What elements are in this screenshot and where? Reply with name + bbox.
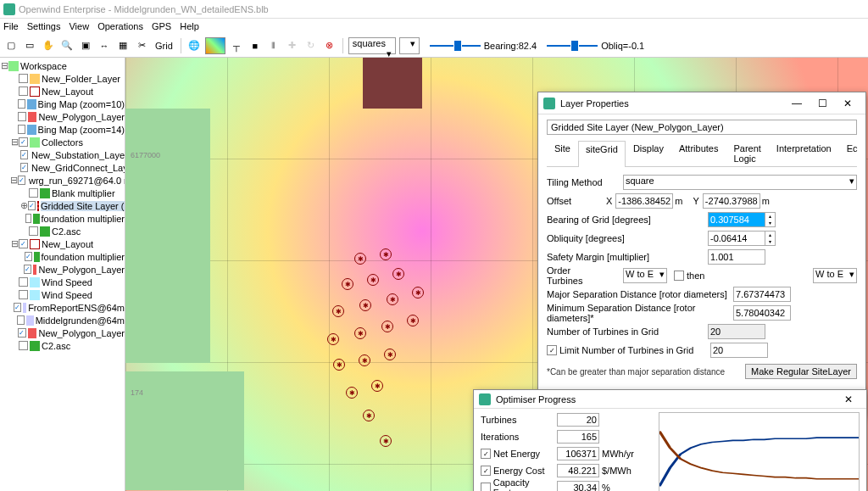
turbine-marker[interactable]: ✱ — [332, 305, 344, 317]
tree-item[interactable]: C2.asc — [0, 339, 125, 352]
turbine-marker[interactable]: ✱ — [354, 327, 366, 339]
menu-settings[interactable]: Settings — [27, 21, 61, 31]
tiling-method-select[interactable]: square — [623, 175, 857, 190]
tree-item[interactable]: Bing Map (zoom=14) — [0, 123, 125, 136]
tree-item[interactable]: Blank multiplier — [0, 187, 125, 199]
hand-icon[interactable]: ✋ — [41, 38, 56, 53]
tree-item[interactable]: ⊟✓New_Layout — [0, 237, 125, 250]
menu-view[interactable]: View — [69, 21, 89, 31]
bearing-slider[interactable] — [430, 45, 481, 47]
limit-checkbox[interactable]: ✓ — [547, 345, 557, 355]
turbine-marker[interactable]: ✱ — [384, 349, 396, 360]
turbine-marker[interactable]: ✱ — [371, 380, 383, 392]
tab-sitegrid[interactable]: siteGrid — [578, 141, 626, 167]
measure-icon[interactable]: ↔ — [97, 38, 112, 53]
offset-y-input[interactable] — [703, 193, 760, 209]
turbine-marker[interactable]: ✱ — [380, 435, 392, 447]
tree-item[interactable]: ✓FromReportENS@64m — [0, 301, 125, 314]
turbine-marker[interactable]: ✱ — [327, 333, 339, 345]
open-icon[interactable]: ▭ — [22, 38, 37, 53]
extent-icon[interactable]: ▣ — [78, 38, 93, 53]
turbine-tool-icon[interactable]: ┬ — [229, 38, 244, 53]
tree-item[interactable]: ✓New_Substation_Layer — [0, 148, 125, 161]
turbine-marker[interactable]: ✱ — [392, 268, 404, 280]
shape-select[interactable]: squares — [348, 37, 396, 54]
turbine-marker[interactable]: ✱ — [354, 253, 366, 265]
close-button[interactable]: ✕ — [836, 391, 861, 408]
turbine-marker[interactable]: ✱ — [412, 287, 424, 299]
turbine-marker[interactable]: ✱ — [342, 278, 353, 290]
safety-input[interactable] — [708, 249, 765, 265]
tree-item[interactable]: foundation multiplier — [0, 212, 125, 225]
tree-item[interactable]: Wind Speed — [0, 288, 125, 301]
tree-item[interactable]: New_Folder_Layer — [0, 72, 125, 85]
minsep-input[interactable] — [733, 305, 791, 321]
tree-item[interactable]: Bing Map (zoom=10) — [0, 98, 125, 110]
tab-site[interactable]: Site — [547, 140, 578, 166]
new-icon[interactable]: ▢ — [3, 38, 19, 53]
offset-x-input[interactable] — [615, 193, 673, 209]
turbine-marker[interactable]: ✱ — [407, 315, 419, 326]
tree-item[interactable]: ✓New_GridConnect_Layer — [0, 161, 125, 174]
close-x-icon[interactable]: ⊗ — [322, 38, 337, 53]
turbine-marker[interactable]: ✱ — [363, 410, 375, 421]
tree-item[interactable]: ⊟✓wrg_run_69271@64.0 m — [0, 174, 125, 187]
turbine-marker[interactable]: ✱ — [381, 321, 393, 332]
tree-item[interactable]: New_Layout — [0, 85, 125, 98]
tree-item[interactable]: ⊕✓Gridded Site Layer (New_P — [0, 199, 125, 212]
tree-item[interactable]: C2.asc — [0, 225, 125, 237]
map-thumbnail[interactable] — [205, 37, 225, 54]
tree-item[interactable]: ✓foundation multiplier — [0, 250, 125, 263]
tree-item[interactable]: Wind Speed — [0, 276, 125, 288]
tab-parent logic[interactable]: Parent Logic — [726, 140, 768, 166]
menu-file[interactable]: File — [3, 21, 19, 31]
net-checkbox[interactable]: ✓ — [481, 449, 491, 459]
select-icon[interactable]: ▦ — [115, 38, 131, 53]
obliq-slider[interactable] — [547, 45, 598, 47]
crop-icon[interactable]: ✂ — [134, 38, 149, 53]
workspace-tree[interactable]: ⊟WorkspaceNew_Folder_LayerNew_LayoutBing… — [0, 58, 125, 491]
tree-item[interactable]: Middelgrunden@64m — [0, 314, 125, 326]
cost-checkbox[interactable]: ✓ — [481, 466, 491, 476]
menu-help[interactable]: Help — [180, 21, 199, 31]
turbine-marker[interactable]: ✱ — [380, 248, 392, 260]
make-regular-button[interactable]: Make Regular SiteLayer — [745, 364, 857, 379]
tab-interpretation[interactable]: Interpretation — [769, 140, 839, 166]
tree-item[interactable]: ✓New_Polygon_Layer — [0, 263, 125, 276]
anchor-icon[interactable]: ■ — [248, 38, 263, 53]
tree-item[interactable]: ⊟✓Collectors — [0, 136, 125, 148]
obliquity-spinner[interactable]: ▴▾ — [765, 231, 776, 246]
refresh-icon[interactable]: ↻ — [303, 38, 319, 53]
obliquity-input[interactable] — [708, 231, 765, 246]
cap-checkbox[interactable] — [481, 483, 491, 491]
order-select-2[interactable]: W to E — [813, 268, 857, 283]
minimize-button[interactable]: — — [784, 95, 810, 112]
maximize-button[interactable]: ☐ — [810, 95, 835, 112]
turbine-marker[interactable]: ✱ — [346, 387, 358, 399]
bearing-input[interactable] — [708, 212, 765, 227]
layer-name-input[interactable] — [547, 120, 857, 135]
close-button[interactable]: ✕ — [835, 95, 860, 112]
tree-item[interactable]: ⊟Workspace — [0, 59, 125, 72]
align-icon[interactable]: ⫴ — [266, 38, 281, 53]
tab-scroll-right[interactable]: ▸ — [865, 140, 868, 166]
menu-gps[interactable]: GPS — [152, 21, 171, 31]
order-select-1[interactable]: W to E — [623, 268, 667, 283]
turbine-marker[interactable]: ✱ — [387, 293, 398, 305]
majsep-input[interactable] — [733, 287, 791, 302]
turbine-marker[interactable]: ✱ — [333, 359, 345, 371]
menu-operations[interactable]: Operations — [97, 21, 143, 31]
tree-item[interactable]: ✓New_Polygon_Layer — [0, 326, 125, 339]
globe-icon[interactable]: 🌐 — [186, 38, 202, 53]
limit-input[interactable] — [710, 343, 768, 358]
grid-toggle[interactable]: Grid — [153, 38, 175, 53]
tab-attributes[interactable]: Attributes — [671, 140, 726, 166]
turbine-marker[interactable]: ✱ — [367, 274, 379, 286]
turbine-marker[interactable]: ✱ — [359, 299, 371, 311]
then-checkbox[interactable] — [674, 271, 684, 281]
shape-select-2[interactable] — [399, 37, 420, 54]
zoom-icon[interactable]: 🔍 — [59, 38, 75, 53]
tree-item[interactable]: New_Polygon_Layer — [0, 110, 125, 123]
tab-ec[interactable]: Ec — [839, 140, 865, 166]
turbine-marker[interactable]: ✱ — [359, 354, 370, 366]
